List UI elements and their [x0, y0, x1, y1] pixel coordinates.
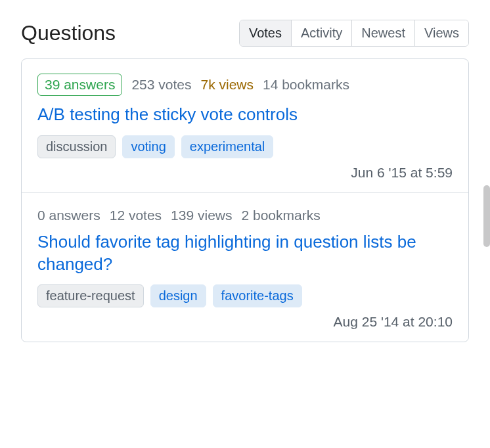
answers-count: 0 answers: [37, 208, 100, 223]
bookmarks-count: 2 bookmarks: [242, 208, 321, 223]
tag-feature-request[interactable]: feature-request: [37, 284, 144, 307]
votes-count: 12 votes: [110, 208, 162, 223]
tag-design[interactable]: design: [150, 284, 206, 307]
question-timestamp: Jun 6 '15 at 5:59: [37, 165, 453, 181]
question-item: 39 answers253 votes7k views14 bookmarksA…: [22, 59, 468, 193]
tag-experimental[interactable]: experimental: [181, 135, 274, 158]
scrollbar-thumb[interactable]: [483, 185, 490, 247]
sort-tab-votes[interactable]: Votes: [240, 20, 292, 46]
answers-count: 39 answers: [37, 74, 122, 96]
views-count: 7k views: [200, 77, 254, 93]
question-tags: discussionvotingexperimental: [37, 135, 453, 158]
questions-list: 39 answers253 votes7k views14 bookmarksA…: [21, 58, 469, 342]
sort-tab-views[interactable]: Views: [415, 20, 468, 46]
sort-tabs: VotesActivityNewestViews: [239, 20, 469, 47]
sort-tab-activity[interactable]: Activity: [292, 20, 352, 46]
question-item: 0 answers12 votes139 views2 bookmarksSho…: [22, 193, 468, 342]
bookmarks-count: 14 bookmarks: [263, 77, 349, 93]
sort-tab-newest[interactable]: Newest: [352, 20, 415, 46]
questions-header: Questions VotesActivityNewestViews: [21, 20, 469, 47]
tag-discussion[interactable]: discussion: [37, 135, 116, 158]
page-title: Questions: [21, 21, 116, 45]
question-stats: 0 answers12 votes139 views2 bookmarks: [37, 208, 453, 223]
tag-voting[interactable]: voting: [122, 135, 174, 158]
question-title-link[interactable]: Should favorite tag highlighting in ques…: [37, 231, 453, 276]
tag-favorite-tags[interactable]: favorite-tags: [213, 284, 302, 307]
votes-count: 253 votes: [131, 77, 191, 93]
question-timestamp: Aug 25 '14 at 20:10: [37, 314, 453, 330]
views-count: 139 views: [171, 208, 232, 223]
question-title-link[interactable]: A/B testing the sticky vote controls: [37, 104, 453, 126]
question-stats: 39 answers253 votes7k views14 bookmarks: [37, 74, 453, 96]
question-tags: feature-requestdesignfavorite-tags: [37, 284, 453, 307]
